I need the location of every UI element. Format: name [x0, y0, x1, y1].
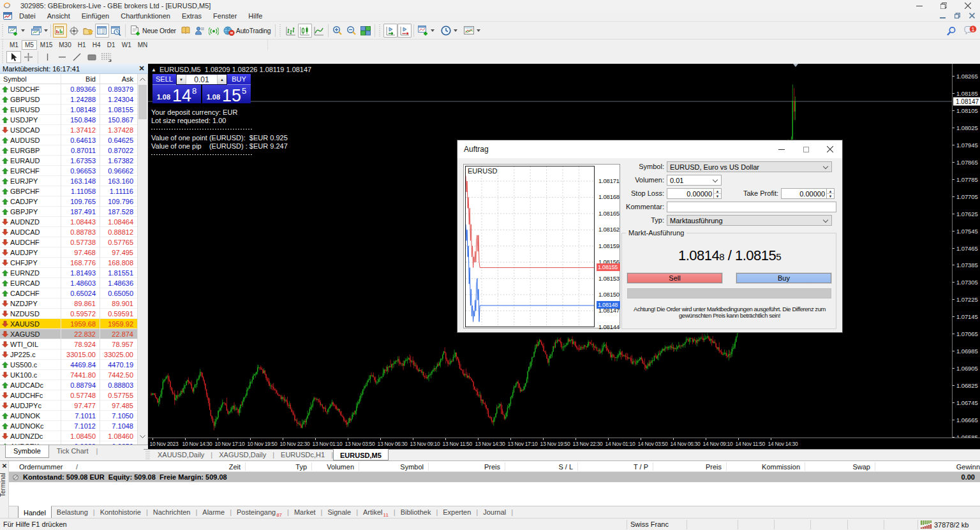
scrollbar-thumb[interactable] [138, 85, 147, 119]
market-watch-row[interactable]: CHFJPY168.776168.808 [0, 258, 138, 268]
menu-chartfunktionen[interactable]: Chartfunktionen [115, 11, 176, 20]
comment-input[interactable] [667, 202, 836, 212]
volume-increase-button[interactable]: ▲ [217, 75, 226, 84]
column-typ-2[interactable]: Typ [295, 463, 307, 471]
chart-tab-eurusdc-h1[interactable]: EURUSDc,H1 [274, 450, 331, 460]
draw-vline-button[interactable] [40, 51, 55, 63]
periods-button[interactable] [439, 24, 453, 38]
timeframe-M1[interactable]: M1 [6, 40, 22, 50]
market-watch-row[interactable]: AUDJPY97.46897.495 [0, 247, 138, 258]
one-click-sell-price[interactable]: 1.08148 [152, 85, 201, 103]
column-ordernummer[interactable]: Ordernummer [19, 463, 63, 471]
market-watch-scrollbar[interactable] [137, 74, 147, 445]
signals-button[interactable] [207, 24, 221, 38]
timeframe-H4[interactable]: H4 [89, 40, 104, 50]
draw-hline-button[interactable] [55, 51, 70, 63]
volume-select[interactable]: 0.01 [667, 175, 722, 186]
chart-tab-xauusd-daily[interactable]: XAUUSD,Daily [151, 450, 211, 460]
market-watch-row[interactable]: EURNZD1.814931.81551 [0, 268, 138, 278]
market-watch-row[interactable]: XAGUSD22.83222.874 [0, 329, 138, 339]
terminal-tab-posteingang[interactable]: Posteingang87 [232, 506, 287, 519]
spinner-buttons[interactable]: ▲▼ [826, 189, 834, 198]
chart-autoscroll-button[interactable] [397, 24, 412, 38]
templates-button[interactable] [462, 24, 476, 38]
tile-windows-button[interactable] [359, 24, 373, 38]
price-axis[interactable]: 1.082651.081851.081051.080251.079451.078… [952, 64, 980, 438]
timeframe-M30[interactable]: M30 [56, 40, 74, 50]
terminal-tab-kontohistorie[interactable]: Kontohistorie [95, 506, 146, 519]
volume-decrease-button[interactable]: ▼ [177, 75, 186, 84]
column-ask[interactable]: Ask [122, 75, 133, 83]
market-watch-button[interactable] [53, 24, 67, 38]
market-watch-row[interactable]: AUDUSD0.646130.64625 [0, 135, 138, 145]
toolbar-grip[interactable] [278, 24, 283, 37]
market-watch-row[interactable]: AUDCADc0.887940.88803 [0, 380, 138, 390]
chart-tab-eurusd-m5[interactable]: EURUSD,M5 [333, 449, 389, 460]
new-order-button[interactable]: Neue Order [128, 24, 179, 38]
column-sl-6[interactable]: S / L [558, 463, 573, 471]
terminal-tab-market[interactable]: Market [289, 506, 321, 519]
timeframe-H1[interactable]: H1 [75, 40, 89, 50]
market-watch-row[interactable]: AUDJPYc97.47797.485 [0, 401, 138, 411]
line-chart-button[interactable] [312, 24, 326, 38]
mdi-minimize-button[interactable] [940, 13, 946, 18]
column-volumen-3[interactable]: Volumen [327, 463, 354, 471]
scroll-up-icon[interactable] [138, 74, 147, 84]
market-watch-row[interactable]: AUDNZD1.084431.08464 [0, 217, 138, 227]
market-watch-row[interactable]: USDCAD1.374121.37428 [0, 125, 138, 135]
column-tp-7[interactable]: T / P [634, 463, 648, 471]
market-watch-row[interactable]: USDCHF0.893660.89379 [0, 84, 138, 94]
draw-trendline-button[interactable] [70, 51, 84, 63]
dialog-close-button[interactable] [818, 140, 842, 158]
templates-dropdown-icon[interactable] [477, 29, 480, 32]
take-profit-input[interactable]: 0.00000▲▼ [781, 188, 835, 199]
draw-crosshair-button[interactable] [21, 51, 36, 63]
one-click-buy-button[interactable]: BUY [227, 74, 251, 85]
mdi-close-button[interactable] [969, 13, 975, 18]
terminal-tab-bibliothek[interactable]: Bibliothek [396, 506, 436, 519]
chart-tab-xagusd-daily[interactable]: XAGUSD,Daily [212, 450, 272, 460]
candlestick-chart-button[interactable] [298, 24, 312, 38]
toolbar-grip[interactable] [378, 24, 383, 37]
search-button[interactable] [944, 24, 958, 38]
market-watch-row[interactable]: EURAUD1.673531.67382 [0, 156, 138, 166]
mql5-community-button[interactable] [193, 24, 207, 38]
column-swap-10[interactable]: Swap [852, 463, 870, 471]
menu-einfügen[interactable]: Einfügen [76, 11, 115, 20]
balance-row[interactable]: Kontostand: 509.08 EUR Equity: 509.08 Fr… [9, 472, 980, 482]
market-watch-row[interactable]: EURCHF0.966530.96662 [0, 166, 138, 176]
market-watch-row[interactable]: CADCHF0.650240.65050 [0, 288, 138, 298]
menu-ansicht[interactable]: Ansicht [41, 11, 76, 20]
periods-dropdown-icon[interactable] [454, 29, 457, 32]
timeframe-M15[interactable]: M15 [37, 40, 56, 50]
terminal-tab-artikel[interactable]: Artikel11 [358, 506, 394, 519]
column-symbol[interactable]: Symbol [3, 75, 27, 83]
order-type-select[interactable]: Marktausführung [667, 215, 832, 226]
menu-extras[interactable]: Extras [176, 11, 207, 20]
market-watch-row[interactable]: GBPCHF1.110581.11116 [0, 186, 138, 196]
autotrading-button[interactable]: AutoTrading [221, 24, 274, 38]
market-watch-row[interactable]: WTI_OIL78.92478.957 [0, 339, 138, 350]
market-watch-row[interactable]: XAUUSD1959.681959.92 [0, 319, 138, 329]
data-window-button[interactable] [67, 24, 81, 38]
toolbar-grip[interactable] [1, 24, 6, 37]
one-click-buy-price[interactable]: 1.08155 [202, 85, 251, 103]
window-minimize-button[interactable] [907, 0, 932, 11]
volume-value[interactable]: 0.01 [186, 75, 217, 84]
terminal-close-button[interactable]: ✕ [1, 462, 8, 470]
terminal-button[interactable] [95, 24, 109, 38]
market-watch-row[interactable]: NZDUSD0.595720.59591 [0, 309, 138, 319]
market-watch-row[interactable]: JP225.c33015.0033025.00 [0, 350, 138, 360]
stop-loss-input[interactable]: 0.00000▲▼ [667, 188, 722, 199]
zoom-in-button[interactable] [330, 24, 345, 38]
draw-rectangle-button[interactable] [84, 51, 99, 63]
market-watch-row[interactable]: GBPUSD1.242881.24304 [0, 94, 138, 105]
dialog-maximize-button[interactable] [794, 140, 818, 158]
symbol-select[interactable]: EURUSD, Euro vs US Dollar [667, 161, 832, 172]
new-chart-button[interactable] [6, 24, 20, 38]
terminal-tab-experten[interactable]: Experten [438, 506, 476, 519]
scroll-down-icon[interactable] [138, 431, 147, 441]
zoom-out-button[interactable] [345, 24, 359, 38]
dialog-minimize-button[interactable] [769, 140, 794, 158]
column-preis-8[interactable]: Preis [706, 463, 722, 471]
